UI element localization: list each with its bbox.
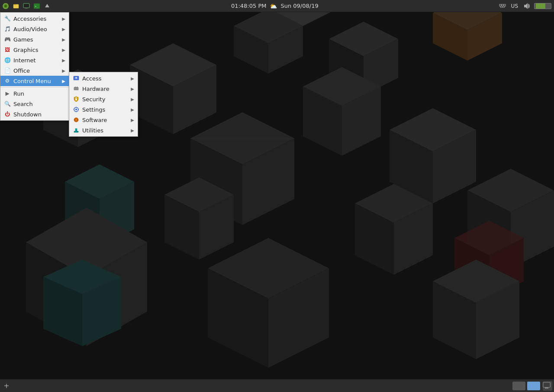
svg-marker-66 xyxy=(45,4,49,7)
office-arrow: ▶ xyxy=(62,68,65,73)
workspace-2-button[interactable] xyxy=(527,382,540,390)
add-icon: + xyxy=(3,382,9,390)
menu-item-search[interactable]: 🔍 Search xyxy=(0,99,69,109)
internet-arrow: ▶ xyxy=(62,58,65,63)
svg-point-77 xyxy=(75,77,77,79)
menu-item-office[interactable]: 📄 Office ▶ xyxy=(0,65,69,76)
software-label: Software xyxy=(82,117,128,123)
office-label: Office xyxy=(13,67,59,74)
display-icon[interactable] xyxy=(22,1,31,11)
search-label: Search xyxy=(13,101,65,107)
language-indicator[interactable]: US xyxy=(510,3,519,9)
svg-rect-61 xyxy=(25,8,28,9)
control-submenu-menu: Access ▶ Hardware ▶ xyxy=(69,72,138,137)
svg-rect-98 xyxy=(543,382,550,387)
menu-item-internet[interactable]: 🌐 Internet ▶ xyxy=(0,55,69,65)
svg-point-86 xyxy=(75,109,77,110)
svg-point-80 xyxy=(76,88,77,89)
audio-video-arrow: ▶ xyxy=(62,27,65,32)
security-arrow: ▶ xyxy=(131,97,134,102)
svg-rect-58 xyxy=(13,5,19,8)
access-icon xyxy=(73,75,80,82)
shutdown-icon: ⏻ xyxy=(4,111,11,118)
accessories-label: Accessories xyxy=(13,16,59,22)
weather-icon: ⛅ xyxy=(270,3,277,10)
svg-rect-69 xyxy=(504,4,506,6)
games-label: Games xyxy=(13,36,59,43)
settings-icon xyxy=(73,106,80,113)
submenu-item-utilities[interactable]: Utilities ▶ xyxy=(69,125,138,135)
hardware-arrow: ▶ xyxy=(131,87,134,91)
menu-item-control-menu[interactable]: ⚙ Control Menu ▶ xyxy=(0,76,69,86)
background-svg xyxy=(0,0,554,392)
control-menu-label: Control Menu xyxy=(13,78,59,84)
volume-icon[interactable] xyxy=(522,3,531,10)
settings-arrow: ▶ xyxy=(131,107,134,112)
hardware-icon xyxy=(73,85,80,92)
desktop xyxy=(0,0,554,392)
svg-rect-83 xyxy=(77,87,78,87)
submenu-item-hardware[interactable]: Hardware ▶ xyxy=(69,84,138,94)
run-icon: ▶ xyxy=(4,90,11,97)
run-label: Run xyxy=(13,90,65,97)
svg-marker-74 xyxy=(524,3,528,9)
svg-rect-89 xyxy=(74,109,74,110)
svg-text:>_: >_ xyxy=(35,5,39,8)
battery-area[interactable] xyxy=(534,3,551,9)
svg-rect-68 xyxy=(502,4,503,6)
shutdown-label: Shutdown xyxy=(13,111,65,118)
menu-item-shutdown[interactable]: ⏻ Shutdown xyxy=(0,109,69,119)
accessories-arrow: ▶ xyxy=(62,16,65,21)
svg-rect-95 xyxy=(74,132,75,132)
svg-rect-99 xyxy=(545,388,548,389)
graphics-icon: 🖼 xyxy=(4,46,11,53)
internet-label: Internet xyxy=(13,57,59,64)
language-label: US xyxy=(511,3,518,9)
svg-point-79 xyxy=(74,88,75,89)
svg-point-81 xyxy=(77,88,78,89)
menu-item-graphics[interactable]: 🖼 Graphics ▶ xyxy=(0,45,69,55)
accessories-icon: 🔧 xyxy=(4,15,11,22)
control-menu-arrow: ▶ xyxy=(62,79,65,84)
terminal-icon[interactable]: >_ xyxy=(32,1,42,11)
show-desktop-button[interactable] xyxy=(543,381,552,391)
primary-menu: 🔧 Accessories ▶ 🎵 Audio/Video ▶ 🎮 Games … xyxy=(0,12,69,121)
svg-rect-88 xyxy=(76,111,77,112)
app-menu-icon[interactable] xyxy=(1,1,10,11)
utilities-arrow: ▶ xyxy=(131,128,134,133)
internet-icon: 🌐 xyxy=(4,57,11,64)
menu-item-accessories[interactable]: 🔧 Accessories ▶ xyxy=(0,13,69,24)
submenu-item-settings[interactable]: Settings ▶ xyxy=(69,104,138,115)
files-icon[interactable] xyxy=(11,1,21,11)
svg-rect-96 xyxy=(76,132,77,132)
submenu-item-access[interactable]: Access ▶ xyxy=(69,73,138,84)
taskbar-center: 01:48:05 PM ⛅ Sun 09/08/19 xyxy=(52,3,498,10)
menu-item-games[interactable]: 🎮 Games ▶ xyxy=(0,34,69,45)
svg-rect-60 xyxy=(24,4,29,7)
utilities-icon xyxy=(73,127,80,134)
menu-container: 🔧 Accessories ▶ 🎵 Audio/Video ▶ 🎮 Games … xyxy=(0,12,69,121)
security-label: Security xyxy=(82,96,128,103)
menu-item-audio-video[interactable]: 🎵 Audio/Video ▶ xyxy=(0,24,69,34)
up-arrow-icon[interactable] xyxy=(42,1,52,11)
add-workspace-button[interactable]: + xyxy=(2,381,11,391)
workspace-1-button[interactable] xyxy=(512,382,525,390)
control-submenu: Access ▶ Hardware ▶ xyxy=(69,72,138,137)
clock-date: Sun 09/08/19 xyxy=(280,3,318,9)
menu-separator-1 xyxy=(0,87,69,87)
svg-rect-90 xyxy=(78,109,79,110)
svg-rect-84 xyxy=(75,99,77,100)
menu-item-run[interactable]: ▶ Run xyxy=(0,88,69,99)
svg-rect-87 xyxy=(76,107,77,108)
taskbar-right: US xyxy=(498,3,554,10)
access-label: Access xyxy=(82,75,128,82)
settings-label: Settings xyxy=(82,106,128,113)
submenu-item-software[interactable]: Software ▶ xyxy=(69,115,138,125)
search-icon: 🔍 xyxy=(4,100,11,107)
submenu-item-security[interactable]: Security ▶ xyxy=(69,94,138,104)
svg-rect-82 xyxy=(75,87,76,87)
network-icon[interactable] xyxy=(498,3,507,10)
audio-video-label: Audio/Video xyxy=(13,26,59,32)
hardware-label: Hardware xyxy=(82,86,128,92)
graphics-arrow: ▶ xyxy=(62,48,65,52)
